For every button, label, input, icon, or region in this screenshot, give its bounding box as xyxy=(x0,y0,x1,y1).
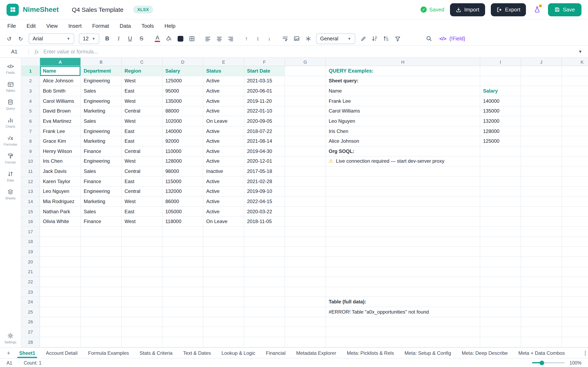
cell-I21[interactable] xyxy=(480,267,521,277)
cell-D18[interactable] xyxy=(163,237,203,247)
cell-G10[interactable] xyxy=(285,156,326,166)
sidebar-item-tables[interactable]: Tables xyxy=(0,81,21,92)
cell-E13[interactable]: Active xyxy=(203,187,244,197)
cell-B16[interactable]: Finance xyxy=(81,217,122,227)
sidebar-item-fields[interactable]: </> Fields xyxy=(0,63,21,75)
cell-B7[interactable]: Engineering xyxy=(81,126,122,136)
cell-I19[interactable] xyxy=(480,247,521,257)
cell-I26[interactable] xyxy=(480,317,521,327)
borders-button[interactable] xyxy=(187,33,197,44)
cell-F7[interactable]: 2018-07-22 xyxy=(244,126,285,136)
cell-G21[interactable] xyxy=(285,267,326,277)
cell-B3[interactable]: Sales xyxy=(81,86,122,96)
align-center-button[interactable] xyxy=(214,33,224,44)
row-header-12[interactable]: 12 xyxy=(21,176,40,187)
cell-D1[interactable]: Salary xyxy=(163,66,203,76)
cell-H23[interactable] xyxy=(326,287,480,297)
cell-D17[interactable] xyxy=(163,227,203,237)
cell-H26[interactable] xyxy=(326,317,480,327)
cell-H9[interactable]: Org SOQL: xyxy=(326,146,480,156)
cell-B20[interactable] xyxy=(81,257,122,267)
formula-input[interactable] xyxy=(43,49,572,54)
row-header-11[interactable]: 11 xyxy=(21,167,40,176)
cell-H14[interactable] xyxy=(326,197,480,207)
cell-J25[interactable] xyxy=(521,307,562,317)
cell-D6[interactable]: 102000 xyxy=(163,116,203,126)
cell-G17[interactable] xyxy=(285,227,326,237)
cell-C16[interactable]: West xyxy=(122,217,163,227)
cell-A13[interactable]: Leo Nguyen xyxy=(40,187,81,197)
column-header-C[interactable]: C xyxy=(122,58,163,66)
cell-J15[interactable] xyxy=(521,207,562,217)
cell-F14[interactable]: 2022-04-15 xyxy=(244,197,285,207)
cell-I17[interactable] xyxy=(480,227,521,237)
cell-E15[interactable]: Active xyxy=(203,207,244,217)
cell-K14[interactable] xyxy=(562,197,588,207)
cell-G16[interactable] xyxy=(285,217,326,227)
cell-E9[interactable]: Active xyxy=(203,146,244,156)
cell-F1[interactable]: Start Date xyxy=(244,66,285,76)
column-header-H[interactable]: H xyxy=(326,58,480,66)
row-header-6[interactable]: 6 xyxy=(21,116,40,126)
cell-I22[interactable] xyxy=(480,277,521,287)
cell-K20[interactable] xyxy=(562,257,588,267)
sheet-tab-meta-setup-config[interactable]: Meta: Setup & Config xyxy=(399,348,456,358)
cell-B19[interactable] xyxy=(81,247,122,257)
sheet-tab-meta-deep-describe[interactable]: Meta: Deep Describe xyxy=(457,348,513,358)
cell-K9[interactable] xyxy=(562,146,588,156)
cell-C17[interactable] xyxy=(122,227,163,237)
cell-K23[interactable] xyxy=(562,287,588,297)
cell-E7[interactable]: Active xyxy=(203,126,244,136)
cell-A10[interactable]: Iris Chen xyxy=(40,156,81,166)
row-header-15[interactable]: 15 xyxy=(21,207,40,217)
cell-E2[interactable]: Active xyxy=(203,76,244,86)
cell-G3[interactable] xyxy=(285,86,326,96)
cell-D22[interactable] xyxy=(163,277,203,287)
cell-K25[interactable] xyxy=(562,307,588,317)
bold-button[interactable]: B xyxy=(102,33,112,44)
number-format-select[interactable]: General▼ xyxy=(316,33,355,44)
cell-F22[interactable] xyxy=(244,277,285,287)
sidebar-item-data[interactable]: Data xyxy=(0,170,21,182)
cell-C6[interactable]: West xyxy=(122,116,163,126)
sheet-tab-meta-picklists-rels[interactable]: Meta: Picklists & Rels xyxy=(342,348,399,358)
cell-E1[interactable]: Status xyxy=(203,66,244,76)
cell-H2[interactable]: Sheet query: xyxy=(326,76,480,86)
save-button[interactable]: Save xyxy=(548,3,581,16)
cell-E20[interactable] xyxy=(203,257,244,267)
cell-I18[interactable] xyxy=(480,237,521,247)
row-header-22[interactable]: 22 xyxy=(21,277,40,287)
row-header-4[interactable]: 4 xyxy=(21,96,40,106)
cell-H25[interactable]: #ERROR! Table "a0x_opportunities" not fo… xyxy=(326,307,480,317)
cell-A25[interactable] xyxy=(40,307,81,317)
cell-D20[interactable] xyxy=(163,257,203,267)
menu-help[interactable]: Help xyxy=(164,23,176,29)
wrap-text-button[interactable] xyxy=(280,33,290,44)
cell-K28[interactable] xyxy=(562,337,588,347)
cell-B17[interactable] xyxy=(81,227,122,237)
cell-A21[interactable] xyxy=(40,267,81,277)
cell-J23[interactable] xyxy=(521,287,562,297)
cell-F2[interactable]: 2021-03-15 xyxy=(244,76,285,86)
cell-C24[interactable] xyxy=(122,297,163,307)
column-header-B[interactable]: B xyxy=(81,58,122,66)
cell-C8[interactable]: East xyxy=(122,136,163,146)
cell-K1[interactable] xyxy=(562,66,588,76)
cell-J8[interactable] xyxy=(521,136,562,146)
cell-J3[interactable] xyxy=(521,86,562,96)
cell-D27[interactable] xyxy=(163,327,203,337)
cell-F16[interactable]: 2018-11-05 xyxy=(244,217,285,227)
cell-D9[interactable]: 110000 xyxy=(163,146,203,156)
cell-K13[interactable] xyxy=(562,187,588,197)
cell-H15[interactable] xyxy=(326,207,480,217)
cell-J18[interactable] xyxy=(521,237,562,247)
cell-G4[interactable] xyxy=(285,96,326,106)
cell-B24[interactable] xyxy=(81,297,122,307)
cell-A3[interactable]: Bob Smith xyxy=(40,86,81,96)
sheet-tab-account-detail[interactable]: Account Detail xyxy=(41,348,83,358)
row-header-20[interactable]: 20 xyxy=(21,257,40,267)
cell-C19[interactable] xyxy=(122,247,163,257)
search-button[interactable] xyxy=(424,33,434,44)
cell-K26[interactable] xyxy=(562,317,588,327)
cell-C15[interactable]: East xyxy=(122,207,163,217)
